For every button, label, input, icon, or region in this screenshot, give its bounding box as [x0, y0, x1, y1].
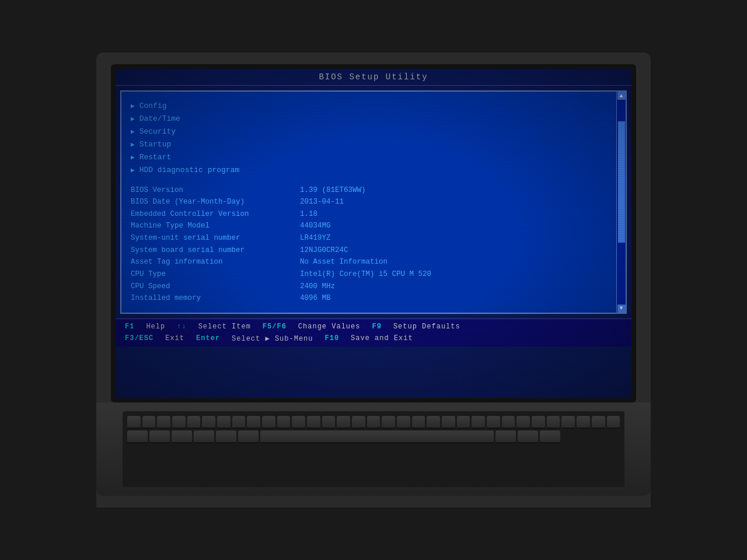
key[interactable]	[307, 416, 320, 429]
spacebar[interactable]	[260, 430, 494, 443]
menu-item-datetime[interactable]: ▶ Date/Time	[131, 113, 616, 125]
info-label: System board serial number	[131, 244, 300, 257]
key[interactable]	[238, 430, 259, 443]
key[interactable]	[127, 430, 148, 443]
info-row-serial: System-unit serial number LR419YZ	[131, 232, 616, 244]
info-value: 4096 MB	[300, 292, 331, 304]
key[interactable]	[607, 416, 620, 429]
key[interactable]	[194, 430, 214, 443]
info-value: 1.18	[300, 208, 317, 220]
key[interactable]	[187, 416, 201, 429]
info-value: 2400 MHz	[300, 281, 335, 293]
desc-help: Help	[146, 323, 165, 331]
arrow-icon: ▶	[131, 114, 135, 125]
menu-label: Restart	[139, 151, 172, 164]
info-row-bios-date: BIOS Date (Year-Month-Day) 2013-04-11	[131, 196, 616, 208]
menu-section: ▶ Config ▶ Date/Time ▶ Security ▶ Startu…	[131, 100, 616, 177]
keyboard	[123, 411, 624, 487]
key-f1: F1	[125, 323, 134, 331]
key[interactable]	[172, 430, 192, 443]
key[interactable]	[322, 416, 336, 429]
key[interactable]	[397, 416, 410, 429]
key[interactable]	[457, 416, 470, 429]
menu-label: HDD diagnostic program	[139, 164, 240, 177]
menu-label: Config	[139, 100, 167, 113]
key[interactable]	[495, 430, 516, 443]
key[interactable]	[412, 416, 425, 429]
info-value: 44034MG	[300, 220, 331, 232]
arrow-icon: ▶	[131, 127, 135, 138]
key[interactable]	[561, 416, 575, 429]
key[interactable]	[262, 416, 275, 429]
scrollbar[interactable]: ▲ ▼	[616, 92, 626, 313]
key-f9: F9	[372, 323, 381, 331]
key[interactable]	[277, 416, 291, 429]
key[interactable]	[247, 416, 260, 429]
key[interactable]	[518, 430, 538, 443]
key[interactable]	[352, 416, 365, 429]
key-arrows: ↑↓	[177, 323, 186, 331]
info-label: Asset Tag information	[131, 256, 300, 268]
info-row-cpu-type: CPU Type Intel(R) Core(TM) i5 CPU M 520	[131, 268, 616, 281]
key[interactable]	[472, 416, 485, 429]
info-row-machine-type: Machine Type Model 44034MG	[131, 220, 616, 232]
info-label: BIOS Version	[131, 184, 300, 197]
key[interactable]	[127, 416, 141, 429]
key[interactable]	[232, 416, 246, 429]
key[interactable]	[487, 416, 500, 429]
arrow-icon: ▶	[131, 139, 135, 150]
key[interactable]	[172, 416, 186, 429]
bios-title-bar: BIOS Setup Utility	[116, 69, 631, 86]
info-value: 1.39 (81ET63WW)	[300, 184, 366, 197]
info-value: 12NJG0CR24C	[300, 244, 348, 257]
key[interactable]	[202, 416, 215, 429]
menu-item-hdd[interactable]: ▶ HDD diagnostic program	[131, 164, 616, 177]
key[interactable]	[337, 416, 350, 429]
key-f10: F10	[325, 334, 340, 342]
key[interactable]	[157, 416, 170, 429]
key[interactable]	[142, 416, 156, 429]
menu-item-security[interactable]: ▶ Security	[131, 125, 616, 138]
laptop-body: BIOS Setup Utility ▶ Config ▶ Date/Time …	[96, 52, 651, 508]
info-label: BIOS Date (Year-Month-Day)	[131, 196, 300, 208]
key[interactable]	[540, 430, 560, 443]
menu-item-restart[interactable]: ▶ Restart	[131, 151, 616, 164]
info-row-ec-version: Embedded Controller Version 1.18	[131, 208, 616, 220]
footer-rows: F1 Help ↑↓ Select Item F5/F6 Change Valu…	[125, 321, 622, 344]
bios-title: BIOS Setup Utility	[319, 72, 428, 82]
desc-exit: Exit	[165, 334, 184, 342]
key[interactable]	[577, 416, 590, 429]
key[interactable]	[382, 416, 395, 429]
key[interactable]	[292, 416, 305, 429]
arrow-icon: ▶	[131, 165, 135, 176]
key-enter: Enter	[196, 334, 220, 342]
arrow-icon: ▶	[131, 101, 135, 112]
key[interactable]	[532, 416, 545, 429]
scrollbar-arrow-up[interactable]: ▲	[617, 92, 626, 100]
menu-item-config[interactable]: ▶ Config	[131, 100, 616, 113]
key[interactable]	[217, 416, 231, 429]
info-label: Embedded Controller Version	[131, 208, 300, 220]
info-value: LR419YZ	[300, 232, 331, 244]
menu-item-startup[interactable]: ▶ Startup	[131, 138, 616, 151]
key[interactable]	[367, 416, 381, 429]
scrollbar-arrow-down[interactable]: ▼	[617, 304, 626, 313]
key[interactable]	[427, 416, 440, 429]
key[interactable]	[442, 416, 455, 429]
info-label: CPU Type	[131, 268, 300, 281]
key[interactable]	[592, 416, 605, 429]
key[interactable]	[216, 430, 236, 443]
bios-footer: F1 Help ↑↓ Select Item F5/F6 Change Valu…	[116, 318, 631, 346]
info-row-cpu-speed: CPU Speed 2400 MHz	[131, 281, 616, 293]
key[interactable]	[547, 416, 560, 429]
arrow-icon: ▶	[131, 152, 135, 163]
info-value: Intel(R) Core(TM) i5 CPU M 520	[300, 268, 431, 281]
key[interactable]	[516, 416, 530, 429]
key[interactable]	[149, 430, 170, 443]
info-row-bios-version: BIOS Version 1.39 (81ET63WW)	[131, 184, 616, 197]
info-row-board-serial: System board serial number 12NJG0CR24C	[131, 244, 616, 257]
menu-label: Date/Time	[139, 113, 180, 125]
screen-bezel: BIOS Setup Utility ▶ Config ▶ Date/Time …	[111, 64, 636, 402]
scrollbar-track	[617, 101, 626, 303]
key[interactable]	[502, 416, 515, 429]
